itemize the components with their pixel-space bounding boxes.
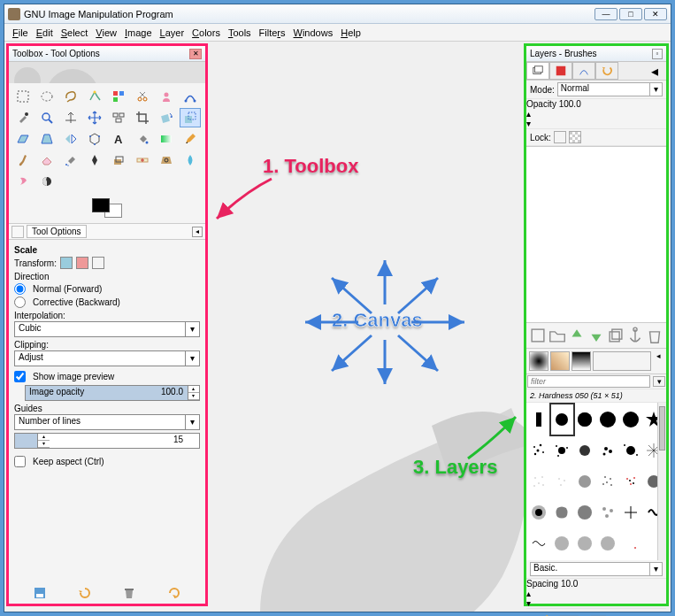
brush-item[interactable] [597, 435, 619, 466]
cage-tool[interactable] [84, 129, 105, 149]
brush-item[interactable] [574, 466, 596, 497]
clone-tool[interactable] [108, 150, 129, 170]
paths-tool[interactable] [180, 87, 201, 106]
brush-scrollbar[interactable] [657, 403, 666, 560]
spacing-slider[interactable]: Spacing 10.0 ▴▾ [526, 579, 666, 608]
menu-help[interactable]: Help [338, 27, 364, 39]
brush-item[interactable] [619, 497, 641, 527]
brush-item[interactable] [551, 435, 573, 466]
layers-tab-menu-icon[interactable]: ◂ [643, 62, 666, 80]
brush-filter-dd-icon[interactable]: ▾ [653, 376, 665, 387]
bucket-fill-tool[interactable] [132, 129, 153, 149]
brush-item[interactable] [551, 528, 573, 558]
move-tool[interactable] [84, 108, 105, 127]
edit-brush-icon[interactable] [528, 612, 556, 616]
transform-selection-icon[interactable] [76, 257, 88, 269]
minimize-button[interactable]: — [594, 8, 617, 20]
restore-options-icon[interactable] [78, 586, 92, 600]
brush-item[interactable] [528, 404, 550, 435]
text-tool[interactable]: A [108, 129, 129, 149]
zoom-tool[interactable] [36, 108, 58, 127]
lock-pixels-icon[interactable] [554, 131, 566, 143]
brush-item[interactable] [551, 497, 573, 527]
menu-tools[interactable]: Tools [226, 27, 254, 39]
anchor-layer-icon[interactable] [625, 326, 645, 345]
direction-normal-radio[interactable] [14, 283, 26, 295]
scissors-tool[interactable] [132, 87, 153, 106]
lower-layer-icon[interactable] [587, 326, 606, 345]
brush-item[interactable] [619, 404, 641, 435]
transform-path-icon[interactable] [92, 257, 104, 269]
layer-list[interactable] [526, 146, 666, 323]
duplicate-layer-icon[interactable] [606, 326, 625, 345]
pencil-tool[interactable] [180, 129, 201, 149]
color-swatch[interactable] [9, 195, 205, 223]
menu-edit[interactable]: Edit [34, 27, 56, 39]
tool-options-tab[interactable]: Tool Options [27, 225, 87, 238]
color-picker-tool[interactable] [12, 108, 34, 127]
heal-tool[interactable] [132, 150, 153, 170]
menu-windows[interactable]: Windows [291, 27, 336, 39]
foreground-select-tool[interactable] [156, 87, 177, 106]
perspective-tool[interactable] [36, 129, 58, 149]
airbrush-tool[interactable] [60, 150, 81, 170]
clipping-combo[interactable]: Adjust▾ [14, 350, 200, 366]
dodge-burn-tool[interactable] [36, 172, 58, 191]
raise-layer-icon[interactable] [567, 326, 587, 345]
brush-item[interactable] [528, 466, 550, 497]
perspective-clone-tool[interactable] [156, 150, 177, 170]
duplicate-brush-icon[interactable] [583, 612, 610, 616]
paintbrush-tool[interactable] [12, 150, 34, 170]
layers-tab[interactable] [526, 62, 549, 80]
refresh-brush-icon[interactable] [637, 612, 664, 616]
layers-dock-icon[interactable]: ▫ [652, 49, 663, 59]
brush-item[interactable] [619, 528, 641, 558]
menu-view[interactable]: View [93, 27, 119, 39]
channels-tab[interactable] [549, 62, 572, 80]
ellipse-select-tool[interactable] [36, 87, 58, 106]
blend-tool[interactable] [156, 129, 177, 149]
toolbox-close-icon[interactable]: ✕ [189, 49, 202, 59]
brush-item[interactable] [597, 497, 619, 527]
by-color-select-tool[interactable] [108, 87, 129, 106]
measure-tool[interactable] [60, 108, 81, 127]
tab-menu-icon[interactable]: ◂ [192, 227, 203, 237]
preview-checkbox[interactable] [14, 371, 26, 382]
brush-item[interactable] [574, 435, 596, 466]
mode-combo[interactable]: Normal▾ [557, 82, 663, 96]
scale-tool[interactable] [180, 108, 201, 127]
keep-aspect-checkbox[interactable] [14, 456, 26, 467]
menu-file[interactable]: File [10, 27, 31, 39]
undo-tab[interactable] [595, 62, 618, 80]
brush-filter-input[interactable] [527, 375, 650, 388]
menu-colors[interactable]: Colors [189, 27, 223, 39]
guides-count-slider[interactable]: 15 ▴▾ [14, 433, 200, 449]
fg-color[interactable] [92, 198, 110, 212]
brush-preset-combo[interactable]: Basic.▾ [530, 562, 663, 576]
brush-tab-menu-icon[interactable]: ◂ [653, 351, 663, 371]
new-layer-icon[interactable] [528, 326, 548, 345]
brush-item[interactable] [619, 466, 641, 497]
eraser-tool[interactable] [36, 150, 58, 170]
brush-item[interactable] [597, 466, 619, 497]
menu-select[interactable]: Select [58, 27, 91, 39]
maximize-button[interactable]: □ [619, 8, 642, 20]
brush-item[interactable] [619, 435, 641, 466]
blur-tool[interactable] [180, 150, 201, 170]
transform-layer-icon[interactable] [60, 257, 73, 269]
brush-item[interactable] [528, 528, 550, 558]
menu-filters[interactable]: Filters [257, 27, 288, 39]
brush-item[interactable] [597, 404, 619, 435]
lasso-tool[interactable] [60, 87, 81, 106]
image-opacity-slider[interactable]: Image opacity 100.0 ▴▾ [25, 385, 200, 401]
lock-alpha-icon[interactable] [569, 131, 581, 143]
close-button[interactable]: ✕ [644, 8, 667, 20]
brush-item[interactable] [528, 497, 550, 527]
reset-options-icon[interactable] [167, 586, 181, 600]
brush-item[interactable] [574, 528, 596, 558]
align-tool[interactable] [108, 108, 129, 127]
paths-tab[interactable] [572, 62, 595, 80]
ink-tool[interactable] [84, 150, 105, 170]
brush-item[interactable] [551, 404, 573, 435]
delete-options-icon[interactable] [122, 586, 136, 600]
